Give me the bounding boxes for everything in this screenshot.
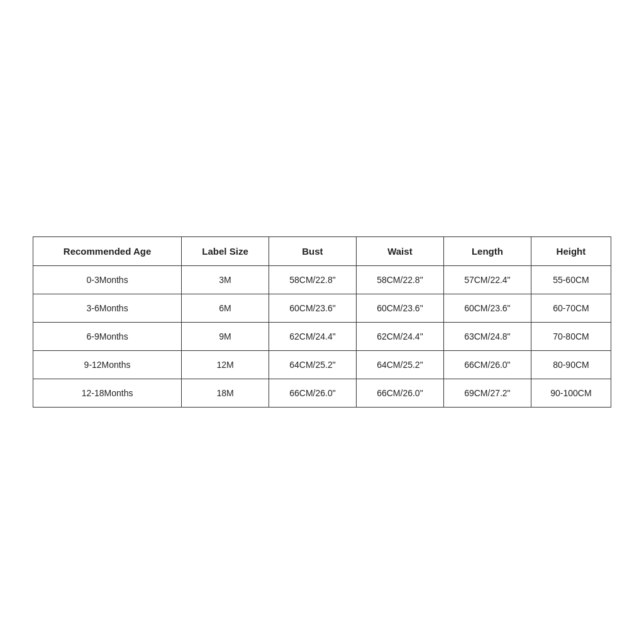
- cell-label_size: 9M: [182, 323, 269, 351]
- cell-label_size: 3M: [182, 266, 269, 294]
- cell-bust: 62CM/24.4": [269, 323, 356, 351]
- size-chart-table: Recommended Age Label Size Bust Waist Le…: [33, 236, 611, 408]
- cell-bust: 66CM/26.0": [269, 379, 356, 408]
- cell-label_size: 6M: [182, 294, 269, 323]
- cell-waist: 58CM/22.8": [356, 266, 443, 294]
- cell-waist: 66CM/26.0": [356, 379, 443, 408]
- cell-height: 90-100CM: [531, 379, 611, 408]
- size-chart-container: Recommended Age Label Size Bust Waist Le…: [33, 236, 611, 408]
- cell-waist: 64CM/25.2": [356, 351, 443, 379]
- table-row: 9-12Months12M64CM/25.2"64CM/25.2"66CM/26…: [33, 351, 611, 379]
- cell-length: 60CM/23.6": [443, 294, 531, 323]
- cell-age: 6-9Months: [33, 323, 182, 351]
- cell-age: 3-6Months: [33, 294, 182, 323]
- table-row: 0-3Months3M58CM/22.8"58CM/22.8"57CM/22.4…: [33, 266, 611, 294]
- table-header-row: Recommended Age Label Size Bust Waist Le…: [33, 237, 611, 266]
- cell-bust: 60CM/23.6": [269, 294, 356, 323]
- header-label-size: Label Size: [182, 237, 269, 266]
- cell-bust: 58CM/22.8": [269, 266, 356, 294]
- header-recommended-age: Recommended Age: [33, 237, 182, 266]
- header-bust: Bust: [269, 237, 356, 266]
- cell-height: 80-90CM: [531, 351, 611, 379]
- header-height: Height: [531, 237, 611, 266]
- cell-length: 66CM/26.0": [443, 351, 531, 379]
- cell-length: 69CM/27.2": [443, 379, 531, 408]
- cell-height: 60-70CM: [531, 294, 611, 323]
- cell-bust: 64CM/25.2": [269, 351, 356, 379]
- cell-age: 12-18Months: [33, 379, 182, 408]
- header-waist: Waist: [356, 237, 443, 266]
- table-row: 12-18Months18M66CM/26.0"66CM/26.0"69CM/2…: [33, 379, 611, 408]
- cell-height: 55-60CM: [531, 266, 611, 294]
- cell-label_size: 18M: [182, 379, 269, 408]
- cell-waist: 62CM/24.4": [356, 323, 443, 351]
- cell-age: 9-12Months: [33, 351, 182, 379]
- cell-length: 63CM/24.8": [443, 323, 531, 351]
- cell-age: 0-3Months: [33, 266, 182, 294]
- cell-length: 57CM/22.4": [443, 266, 531, 294]
- cell-height: 70-80CM: [531, 323, 611, 351]
- cell-label_size: 12M: [182, 351, 269, 379]
- header-length: Length: [443, 237, 531, 266]
- table-row: 6-9Months9M62CM/24.4"62CM/24.4"63CM/24.8…: [33, 323, 611, 351]
- table-row: 3-6Months6M60CM/23.6"60CM/23.6"60CM/23.6…: [33, 294, 611, 323]
- cell-waist: 60CM/23.6": [356, 294, 443, 323]
